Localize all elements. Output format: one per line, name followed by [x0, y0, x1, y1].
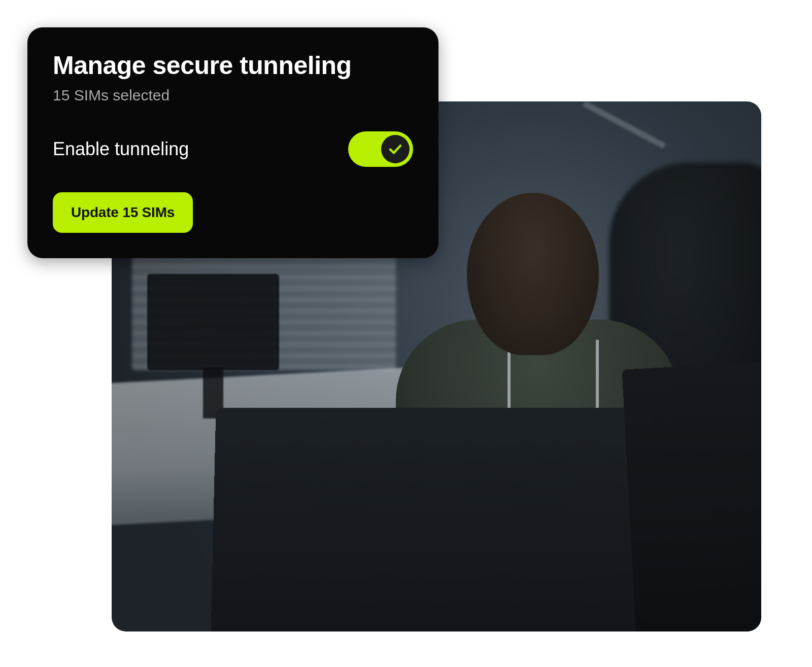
enable-tunneling-row: Enable tunneling: [53, 131, 413, 167]
update-sims-button[interactable]: Update 15 SIMs: [53, 192, 193, 233]
dialog-title: Manage secure tunneling: [53, 52, 413, 80]
enable-tunneling-label: Enable tunneling: [53, 138, 189, 160]
enable-tunneling-toggle[interactable]: [348, 131, 413, 167]
check-icon: [388, 142, 403, 157]
dialog-subtitle: 15 SIMs selected: [53, 87, 413, 104]
secure-tunneling-dialog: Manage secure tunneling 15 SIMs selected…: [27, 27, 438, 258]
toggle-knob: [381, 135, 410, 163]
